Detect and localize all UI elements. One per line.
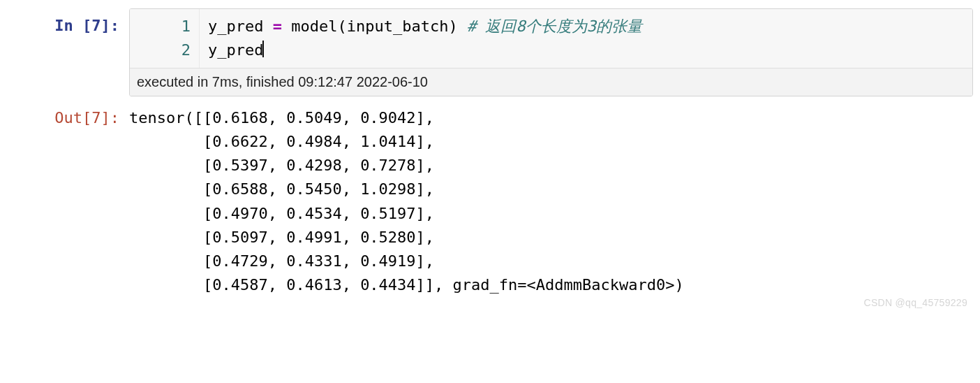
watermark: CSDN @qq_45759229 bbox=[863, 296, 967, 311]
line-number-gutter: 1 2 bbox=[130, 9, 200, 68]
line-number: 2 bbox=[133, 38, 191, 62]
code-token-name: y_pred bbox=[208, 41, 263, 59]
input-prompt: In [7]: bbox=[7, 8, 129, 38]
code-line[interactable]: y_pred bbox=[208, 38, 964, 62]
input-cell-body: 1 2 y_pred = model(input_batch) # 返回8个长度… bbox=[129, 8, 973, 96]
code-token-operator: = bbox=[263, 17, 291, 35]
line-number: 1 bbox=[133, 15, 191, 38]
output-prompt: Out[7]: bbox=[7, 101, 129, 130]
code-token-arg: input_batch bbox=[347, 17, 449, 35]
code-token-comment: # 返回8个长度为3的张量 bbox=[467, 17, 642, 35]
code-token-punct: ( bbox=[337, 17, 346, 35]
code-area[interactable]: 1 2 y_pred = model(input_batch) # 返回8个长度… bbox=[130, 9, 972, 68]
code-token-name: y_pred bbox=[208, 17, 263, 35]
code-token-call: model bbox=[291, 17, 337, 35]
output-cell-body: tensor([[0.6168, 0.5049, 0.9042], [0.662… bbox=[129, 101, 973, 297]
output-prompt-label: Out[7]: bbox=[54, 109, 119, 127]
notebook-cell-container: In [7]: 1 2 y_pred = model(input_batch) … bbox=[0, 0, 980, 314]
code-token-punct: ) bbox=[448, 17, 467, 35]
execution-status: executed in 7ms, finished 09:12:47 2022-… bbox=[130, 68, 972, 96]
text-cursor bbox=[262, 41, 264, 57]
code-panel: 1 2 y_pred = model(input_batch) # 返回8个长度… bbox=[129, 8, 973, 96]
code-lines[interactable]: y_pred = model(input_batch) # 返回8个长度为3的张… bbox=[200, 9, 972, 68]
code-line[interactable]: y_pred = model(input_batch) # 返回8个长度为3的张… bbox=[208, 15, 964, 38]
input-prompt-label: In [7]: bbox=[54, 17, 119, 34]
output-cell-row: Out[7]: tensor([[0.6168, 0.5049, 0.9042]… bbox=[7, 101, 973, 297]
output-text: tensor([[0.6168, 0.5049, 0.9042], [0.662… bbox=[129, 106, 973, 297]
input-cell-row: In [7]: 1 2 y_pred = model(input_batch) … bbox=[7, 8, 973, 96]
